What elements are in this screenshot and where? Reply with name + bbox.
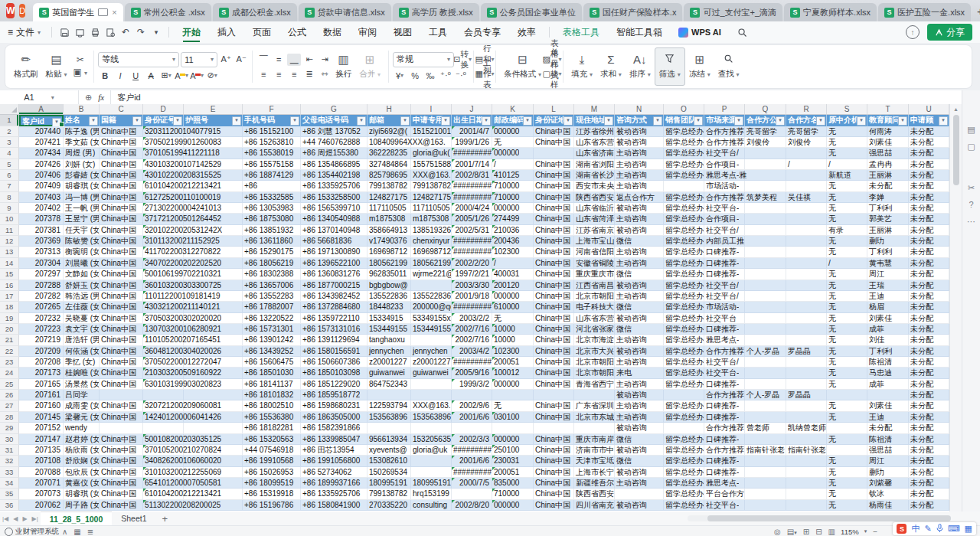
cell-C6[interactable]: China中国: [100, 170, 143, 181]
menu-item-会员专享[interactable]: 会员专享: [456, 21, 509, 43]
cell-R32[interactable]: [786, 456, 827, 466]
cell-C35[interactable]: China中国: [100, 489, 143, 499]
cell-O2[interactable]: 留学总经办: [664, 126, 704, 137]
cell-B16[interactable]: 舒妍玉 (女: [64, 280, 100, 291]
cell-G14[interactable]: +86 1396522100: [301, 258, 368, 269]
cell-F33[interactable]: +86 15026953: [243, 467, 301, 478]
cell-A13[interactable]: 207313: [19, 247, 64, 257]
borders-button[interactable]: ⊞ ▾: [159, 70, 173, 82]
cell-Q7[interactable]: [745, 181, 786, 191]
cell-J26[interactable]: [452, 390, 492, 400]
header-cell-B1[interactable]: 姓名▼: [64, 115, 100, 126]
cell-T16[interactable]: 王瑞: [867, 280, 909, 291]
cell-K12[interactable]: 200436: [492, 236, 534, 247]
cell-A25[interactable]: 207165: [19, 379, 64, 390]
cell-R35[interactable]: [786, 489, 827, 499]
filter-dropdown-icon[interactable]: ▼: [653, 116, 662, 126]
cell-M5[interactable]: 湖南省浏阳: [574, 159, 615, 170]
filter-dropdown-icon[interactable]: ▼: [694, 116, 703, 126]
cell-L22[interactable]: China中国: [534, 346, 574, 357]
cell-U12[interactable]: 未分配: [909, 236, 949, 247]
justify-icon[interactable]: ≣: [302, 68, 316, 80]
menu-item-视图[interactable]: 视图: [385, 21, 420, 43]
format-painter-button[interactable]: ✏ 格式刷: [10, 47, 42, 86]
cell-K2[interactable]: 000000: [492, 126, 534, 137]
filter-dropdown-icon[interactable]: ▼: [564, 116, 573, 126]
cell-R4[interactable]: [786, 148, 827, 159]
align-top-icon[interactable]: ⎺: [256, 54, 270, 66]
document-tab[interactable]: S宁夏教师样本.xlsx: [784, 3, 877, 21]
cell-P9[interactable]: 社交平台-: [704, 203, 745, 214]
cell-H22[interactable]: jennychen: [368, 346, 411, 357]
cell-P25[interactable]: 口碑推荐-: [704, 379, 745, 390]
filter-dropdown-icon[interactable]: ▼: [523, 116, 532, 126]
sheet-tab-11_28_5_1000[interactable]: 11_28_5_1000: [41, 511, 113, 526]
cell-G21[interactable]: +86 1391129694: [301, 335, 368, 345]
cell-Q15[interactable]: [745, 269, 786, 279]
sheet-tab-Sheet1[interactable]: Sheet1: [112, 511, 155, 525]
cell-J11[interactable]: 2002/5/31: [452, 225, 492, 236]
align-middle-icon[interactable]: =: [272, 54, 286, 66]
cell-R9[interactable]: [786, 203, 827, 214]
paste-button[interactable]: ▤ 粘贴 ▾: [42, 47, 71, 86]
name-box[interactable]: A1 ▾: [0, 90, 79, 104]
cell-L12[interactable]: China中国: [534, 236, 574, 247]
cell-F29[interactable]: +86 18182281: [243, 423, 301, 433]
next-sheet-icon[interactable]: ▶: [20, 515, 29, 522]
cell-Q10[interactable]: [745, 214, 786, 224]
cell-R29[interactable]: 凯纳曾老师: [786, 423, 827, 433]
cell-L8[interactable]: China中国: [534, 192, 574, 203]
cell-K26[interactable]: [492, 390, 534, 400]
cell-F12[interactable]: +86 13611860: [243, 236, 301, 247]
menu-item-开始[interactable]: 开始: [174, 21, 209, 43]
cell-M35[interactable]: 陕西省西安: [574, 489, 615, 499]
cell-U15[interactable]: 未分配: [909, 269, 949, 279]
row-header-25[interactable]: 25: [0, 379, 19, 390]
cell-S9[interactable]: 无: [827, 203, 867, 214]
cell-U31[interactable]: 未分配: [909, 445, 949, 456]
cell-D29[interactable]: [143, 423, 184, 433]
cell-K15[interactable]: 400031: [492, 269, 534, 279]
cell-F3[interactable]: +86 15263810: [243, 137, 301, 148]
cell-O6[interactable]: 留学总经办: [664, 170, 704, 181]
cell-I8[interactable]: 124827175: [411, 192, 452, 203]
cell-R18[interactable]: [786, 302, 827, 312]
cell-N6[interactable]: 主动咨询: [615, 170, 664, 181]
document-tab[interactable]: S可过_支付宝+_滴滴: [684, 3, 782, 21]
row-header-20[interactable]: 20: [0, 324, 19, 335]
cell-H29[interactable]: [368, 423, 411, 433]
cell-K13[interactable]: 102300: [492, 247, 534, 257]
merge-cells-button[interactable]: ⊞ 合并 ▾: [355, 54, 384, 80]
cell-I5[interactable]: 155751588: [411, 159, 452, 170]
cell-L9[interactable]: China中国: [534, 203, 574, 214]
cell-G18[interactable]: +86 1372884680: [301, 302, 368, 312]
cell-L36[interactable]: China中国: [534, 500, 574, 511]
cell-J5[interactable]: 2001/7/14: [452, 159, 492, 170]
cell-K31[interactable]: 250100: [492, 445, 534, 456]
row-header-30[interactable]: 30: [0, 434, 19, 445]
cell-A9[interactable]: 207402: [19, 203, 64, 214]
cell-H25[interactable]: 864752343: [368, 379, 411, 390]
cell-B22[interactable]: 何依涵 (女: [64, 346, 100, 357]
align-bottom-icon[interactable]: ⎽: [287, 54, 301, 66]
convert-button[interactable]: ⊡ 转换 ▾: [456, 54, 469, 66]
cell-O35[interactable]: 留学总经办: [664, 489, 704, 499]
header-cell-D1[interactable]: 身份证号▼: [143, 115, 184, 126]
cell-N18[interactable]: 微信: [615, 302, 664, 312]
cell-M19[interactable]: 山东省东营: [574, 313, 615, 324]
header-cell-A1[interactable]: 客户id▼: [19, 115, 64, 126]
row-header-5[interactable]: 5: [0, 159, 19, 170]
cell-C14[interactable]: China中国: [100, 258, 143, 269]
print-icon[interactable]: [88, 25, 102, 39]
cell-K35[interactable]: 710000: [492, 489, 534, 499]
cell-C18[interactable]: China中国: [100, 302, 143, 312]
cell-R5[interactable]: /: [786, 159, 827, 170]
horizontal-scrollbar[interactable]: [688, 515, 951, 521]
cell-O22[interactable]: 留学总经办: [664, 346, 704, 357]
document-tab[interactable]: S英国留学生×: [33, 3, 122, 21]
cell-L4[interactable]: [534, 148, 574, 159]
cell-M17[interactable]: 北京市朝阳: [574, 291, 615, 302]
cell-S6[interactable]: 新航道: [827, 170, 867, 181]
cell-R36[interactable]: [786, 500, 827, 511]
cell-J12[interactable]: #########: [452, 236, 492, 247]
